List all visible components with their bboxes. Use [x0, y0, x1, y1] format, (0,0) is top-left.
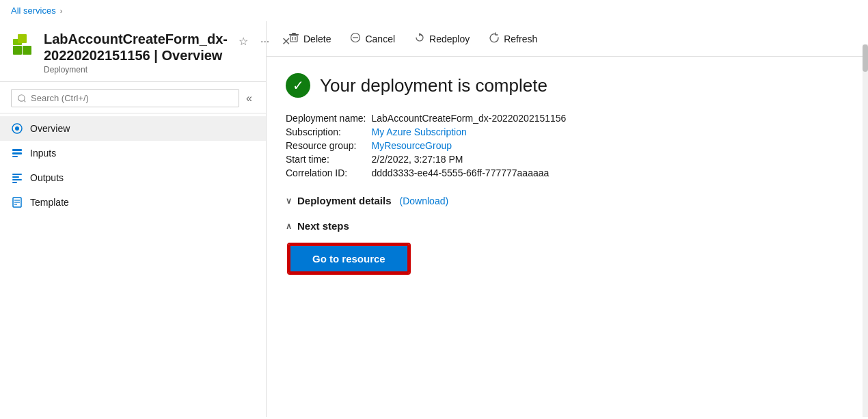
deployment-details-section: ∨ Deployment details (Download)	[286, 195, 849, 206]
delete-icon	[288, 32, 299, 45]
svg-rect-2	[23, 46, 31, 55]
toolbar: Delete Cancel Redeploy	[267, 21, 868, 57]
content-area: ✓ Your deployment is complete Deployment…	[267, 57, 868, 417]
sidebar-item-template[interactable]: Template	[0, 190, 266, 215]
redeploy-button[interactable]: Redeploy	[406, 28, 478, 49]
correlation-id-label: Correlation ID:	[286, 167, 366, 178]
breadcrumb: All services ›	[0, 0, 868, 21]
refresh-button[interactable]: Refresh	[480, 28, 545, 49]
next-steps-content: Go to resource	[286, 237, 849, 273]
svg-rect-18	[289, 34, 299, 36]
svg-rect-7	[12, 152, 22, 154]
sidebar-nav: Overview Inputs	[0, 113, 266, 217]
collapse-sidebar-button[interactable]: «	[243, 91, 255, 106]
main-content: Delete Cancel Redeploy	[267, 21, 868, 417]
refresh-label: Refresh	[504, 33, 537, 44]
deployment-name-label: Deployment name:	[286, 113, 366, 124]
sidebar-item-outputs-label: Outputs	[30, 172, 64, 183]
next-steps-label: Next steps	[297, 220, 349, 232]
resource-group-value[interactable]: MyResourceGroup	[372, 140, 849, 151]
scrollbar-track[interactable]	[863, 44, 868, 417]
svg-rect-10	[12, 176, 19, 178]
sidebar: LabAccountCreateForm_dx-20220202151156 |…	[0, 21, 267, 417]
redeploy-icon	[414, 32, 425, 45]
svg-rect-3	[18, 34, 27, 43]
resource-full-title: LabAccountCreateForm_dx-20220202151156 |…	[44, 31, 228, 64]
svg-point-5	[15, 126, 19, 131]
sidebar-item-overview[interactable]: Overview	[0, 116, 266, 141]
svg-rect-9	[12, 174, 22, 175]
subscription-value[interactable]: My Azure Subscription	[372, 126, 849, 137]
go-to-resource-button[interactable]: Go to resource	[288, 244, 409, 273]
svg-rect-8	[12, 156, 18, 157]
resource-group-label: Resource group:	[286, 140, 366, 151]
overview-icon	[11, 122, 23, 135]
pin-button[interactable]: ☆	[236, 33, 251, 49]
sidebar-item-overview-label: Overview	[30, 123, 70, 134]
resource-title-block: LabAccountCreateForm_dx-20220202151156 |…	[44, 31, 228, 75]
sidebar-item-outputs[interactable]: Outputs	[0, 165, 266, 190]
svg-rect-11	[12, 179, 22, 180]
cancel-button[interactable]: Cancel	[342, 28, 403, 49]
delete-button[interactable]: Delete	[280, 28, 339, 49]
page-separator: |	[154, 48, 161, 63]
deployment-name-value: LabAccountCreateForm_dx-20220202151156	[372, 113, 849, 124]
download-link[interactable]: (Download)	[400, 195, 449, 206]
deployment-details-label: Deployment details	[297, 195, 392, 206]
start-time-label: Start time:	[286, 154, 366, 165]
page-title: Overview	[161, 48, 222, 63]
template-icon	[11, 196, 23, 208]
deployment-details-toggle: ∨	[286, 196, 292, 206]
next-steps-toggle: ∧	[286, 221, 292, 231]
svg-rect-6	[12, 149, 22, 151]
sidebar-item-inputs-label: Inputs	[30, 148, 56, 159]
deployment-details: Deployment name: LabAccountCreateForm_dx…	[286, 113, 849, 178]
breadcrumb-separator: ›	[60, 7, 63, 15]
resource-header: LabAccountCreateForm_dx-20220202151156 |…	[0, 21, 266, 82]
cancel-label: Cancel	[365, 33, 395, 44]
start-time-value: 2/2/2022, 3:27:18 PM	[372, 154, 849, 165]
refresh-icon	[489, 32, 500, 45]
deployment-status: ✓ Your deployment is complete	[286, 73, 849, 98]
redeploy-label: Redeploy	[429, 33, 470, 44]
resource-subtitle: Deployment	[44, 65, 228, 75]
svg-rect-0	[13, 46, 22, 55]
svg-rect-12	[12, 182, 17, 183]
sidebar-item-inputs[interactable]: Inputs	[0, 141, 266, 165]
breadcrumb-all-services[interactable]: All services	[11, 5, 56, 16]
cancel-icon	[350, 32, 361, 45]
next-steps-header[interactable]: ∧ Next steps	[286, 220, 849, 232]
outputs-icon	[11, 172, 23, 184]
deployment-status-title: Your deployment is complete	[320, 75, 547, 96]
svg-rect-19	[290, 36, 297, 42]
inputs-icon	[11, 147, 23, 159]
subscription-label: Subscription:	[286, 126, 366, 137]
delete-label: Delete	[303, 33, 331, 44]
resource-icon	[11, 32, 36, 57]
search-input[interactable]	[11, 89, 239, 107]
status-check-icon: ✓	[286, 73, 310, 98]
search-wrap: «	[0, 82, 266, 113]
sidebar-item-template-label: Template	[30, 197, 69, 208]
scrollbar-thumb[interactable]	[863, 44, 868, 72]
correlation-id-value: dddd3333-ee44-5555-66ff-777777aaaaaa	[372, 167, 849, 178]
next-steps-section: ∧ Next steps Go to resource	[286, 220, 849, 273]
deployment-details-header[interactable]: ∨ Deployment details (Download)	[286, 195, 849, 206]
svg-rect-17	[292, 33, 296, 34]
